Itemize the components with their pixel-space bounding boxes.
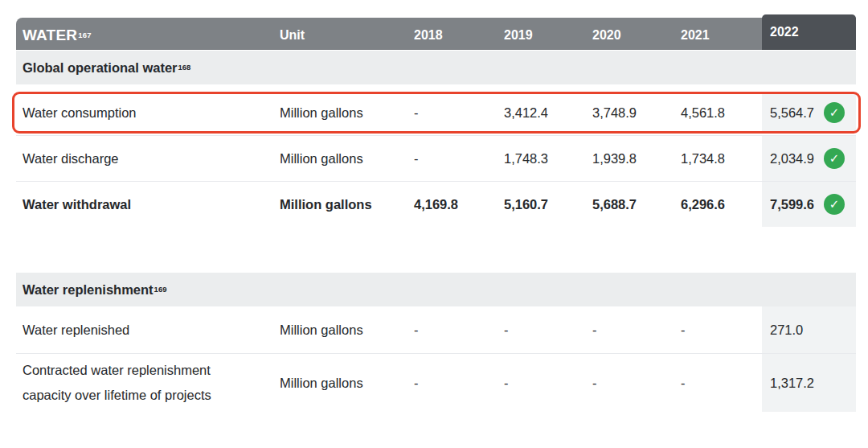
cell-2018: - xyxy=(414,94,504,131)
row-label: Water replenished xyxy=(16,306,280,353)
cell-2022: 271.0 xyxy=(762,306,856,353)
section-heading-global-operational-water: Global operational water168 xyxy=(16,51,856,84)
section-heading-text: Water replenishment xyxy=(23,282,154,298)
cell-2022-value: 7,599.6 xyxy=(770,197,814,212)
column-header-2021: 2021 xyxy=(681,18,762,53)
cell-2021: 1,734.8 xyxy=(681,136,762,181)
cell-unit: Million gallons xyxy=(280,136,414,181)
section-heading-water-replenishment: Water replenishment169 xyxy=(16,273,856,306)
cell-2021: 4,561.8 xyxy=(681,94,762,131)
footnote-ref-169: 169 xyxy=(154,285,167,294)
water-metrics-table: WATER167 Unit 2018 2019 2020 2021 2022 G… xyxy=(16,18,856,412)
row-label-text: Contracted water replenishment capacity … xyxy=(23,358,225,407)
cell-2020: 5,688.7 xyxy=(592,182,681,227)
cell-unit: Million gallons xyxy=(280,306,414,353)
cell-2019: 1,748.3 xyxy=(504,136,592,181)
row-label: Water discharge xyxy=(16,136,280,181)
column-header-2019: 2019 xyxy=(504,18,592,53)
section-spacer xyxy=(16,227,856,272)
cell-2018: 4,169.8 xyxy=(414,182,504,227)
cell-2020: 1,939.8 xyxy=(592,136,681,181)
footnote-ref-167: 167 xyxy=(78,31,91,39)
cell-unit: Million gallons xyxy=(280,94,414,131)
cell-2020: - xyxy=(592,306,681,353)
column-header-2018: 2018 xyxy=(414,18,504,53)
cell-2022: 2,034.9 ✓ xyxy=(762,136,856,181)
section-heading-text: Global operational water xyxy=(23,60,178,76)
cell-2020: - xyxy=(592,354,681,412)
column-header-2020: 2020 xyxy=(592,18,681,53)
table-row-water-consumption: Water consumption Million gallons - 3,41… xyxy=(16,94,856,131)
cell-unit: Million gallons xyxy=(280,182,414,227)
highlighted-row-wrapper: Water consumption Million gallons - 3,41… xyxy=(16,94,856,131)
cell-2020: 3,748.9 xyxy=(592,94,681,131)
cell-2021: - xyxy=(681,306,762,353)
section-gap xyxy=(16,84,856,94)
assured-check-icon: ✓ xyxy=(824,194,845,215)
cell-unit: Million gallons xyxy=(280,354,414,412)
table-row-water-withdrawal: Water withdrawal Million gallons 4,169.8… xyxy=(16,182,856,227)
column-header-unit: Unit xyxy=(280,18,414,53)
cell-2018: - xyxy=(414,306,504,353)
cell-2019: - xyxy=(504,306,592,353)
table-title-text: WATER xyxy=(23,27,77,44)
row-label: Water consumption xyxy=(16,94,280,131)
table-header-row: WATER167 Unit 2018 2019 2020 2021 2022 xyxy=(16,18,856,50)
table-row-water-replenished: Water replenished Million gallons - - - … xyxy=(16,306,856,353)
row-label: Contracted water replenishment capacity … xyxy=(16,354,280,412)
cell-2018: - xyxy=(414,354,504,412)
footnote-ref-168: 168 xyxy=(178,63,191,72)
cell-2022-value: 5,564.7 xyxy=(770,105,814,121)
cell-2019: 5,160.7 xyxy=(504,182,592,227)
cell-2018: - xyxy=(414,136,504,181)
cell-2022: 1,317.2 xyxy=(762,354,856,412)
row-label: Water withdrawal xyxy=(16,182,280,227)
cell-2019: - xyxy=(504,354,592,412)
cell-2022-value: 271.0 xyxy=(770,323,803,338)
cell-2021: 6,296.6 xyxy=(681,182,762,227)
cell-2022: 7,599.6 ✓ xyxy=(762,182,856,227)
assured-check-icon: ✓ xyxy=(824,148,845,169)
column-header-2022: 2022 xyxy=(762,14,856,50)
cell-2022: 5,564.7 ✓ xyxy=(762,94,856,131)
cell-2021: - xyxy=(681,354,762,412)
assured-check-icon: ✓ xyxy=(824,102,845,123)
table-row-contracted-water-replenishment: Contracted water replenishment capacity … xyxy=(16,354,856,412)
table-title: WATER167 xyxy=(16,18,280,53)
table-row-water-discharge: Water discharge Million gallons - 1,748.… xyxy=(16,136,856,181)
cell-2019: 3,412.4 xyxy=(504,94,592,131)
cell-2022-value: 2,034.9 xyxy=(770,151,814,166)
cell-2022-value: 1,317.2 xyxy=(770,376,814,391)
